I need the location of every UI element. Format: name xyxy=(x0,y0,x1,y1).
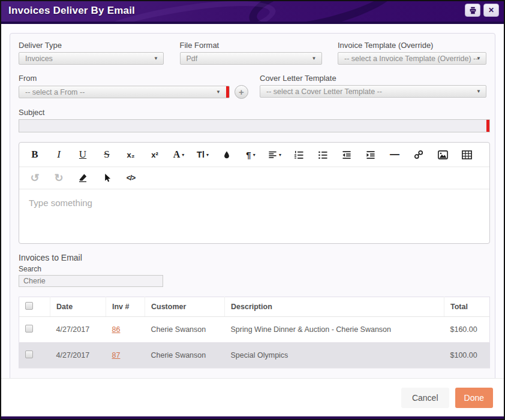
invoices-table: Date Inv # Customer Description Total 4/… xyxy=(19,297,490,368)
from-value: -- select a From -- xyxy=(25,88,85,96)
row-checkbox[interactable] xyxy=(25,350,33,358)
chevron-down-icon: ▾ xyxy=(206,152,209,158)
deliver-type-select[interactable]: Invoices ▼ xyxy=(19,52,164,65)
titlebar-buttons: ✕ xyxy=(465,4,499,17)
cell-date: 4/27/2017 xyxy=(50,317,106,343)
row-checkbox[interactable] xyxy=(25,325,33,333)
invoice-template-field: Invoice Template (Override) -- select a … xyxy=(338,41,486,65)
modal-title: Invoices Deliver By Email xyxy=(8,5,135,17)
cursor-arrow-icon xyxy=(103,173,112,183)
cover-letter-template-select[interactable]: -- select a Cover Letter Template -- ▼ xyxy=(260,85,486,98)
plus-icon: + xyxy=(239,87,244,96)
cell-customer: Cherie Swanson xyxy=(145,343,225,368)
bottom-accent-strip xyxy=(1,416,504,419)
form-row-2: From -- select a From -- ▼ + Cover Lette… xyxy=(19,74,486,99)
invoice-number-link[interactable]: 86 xyxy=(112,325,121,334)
invoices-to-email-title: Invoices to Email xyxy=(19,253,486,262)
chevron-down-icon: ▾ xyxy=(279,152,281,158)
eraser-icon xyxy=(78,173,88,183)
invoice-template-label: Invoice Template (Override) xyxy=(338,41,486,50)
editor-body[interactable]: Type something xyxy=(19,189,489,243)
table-header-row: Date Inv # Customer Description Total xyxy=(19,297,490,317)
strikethrough-button[interactable]: S xyxy=(95,143,119,167)
bold-button[interactable]: B xyxy=(23,143,47,167)
clear-formatting-button[interactable] xyxy=(71,167,95,189)
italic-icon: I xyxy=(57,149,61,161)
invoice-template-select[interactable]: -- select a Invoice Template (Override) … xyxy=(338,52,486,65)
file-format-field: File Format Pdf ▼ xyxy=(180,41,322,65)
search-input[interactable] xyxy=(19,275,163,287)
superscript-button[interactable]: x² xyxy=(143,143,167,167)
rich-text-editor: B I U S x₂ x² A▾ Tl▾ ¶▾ ▾ xyxy=(19,142,490,244)
col-header-total: Total xyxy=(444,297,490,317)
cell-description: Spring Wine Dinner & Auction - Cherie Sw… xyxy=(225,317,444,343)
undo-button[interactable]: ↺ xyxy=(23,167,47,189)
select-all-checkbox[interactable] xyxy=(25,302,33,310)
horizontal-rule-button[interactable]: — xyxy=(383,143,407,167)
from-select[interactable]: -- select a From -- ▼ xyxy=(19,86,230,98)
file-format-select[interactable]: Pdf ▼ xyxy=(180,52,322,65)
col-header-customer: Customer xyxy=(145,297,225,317)
insert-table-button[interactable] xyxy=(455,143,479,167)
horizontal-rule-icon: — xyxy=(390,149,399,160)
redo-icon: ↻ xyxy=(54,171,63,185)
select-tool-button[interactable] xyxy=(95,167,119,189)
editor-placeholder: Type something xyxy=(29,198,92,208)
add-from-button[interactable]: + xyxy=(235,85,248,99)
underline-button[interactable]: U xyxy=(71,143,95,167)
undo-icon: ↺ xyxy=(30,171,39,185)
deliver-type-field: Deliver Type Invoices ▼ xyxy=(19,41,164,65)
text-style-icon: Tl xyxy=(197,150,205,159)
invoices-deliver-modal: Invoices Deliver By Email ✕ Deliver Type… xyxy=(0,0,505,420)
unordered-list-button[interactable] xyxy=(311,143,335,167)
close-button[interactable]: ✕ xyxy=(483,4,499,17)
code-view-button[interactable]: </> xyxy=(119,167,143,189)
deliver-type-value: Invoices xyxy=(25,55,53,63)
print-icon xyxy=(469,7,477,14)
text-style-button[interactable]: Tl▾ xyxy=(191,143,215,167)
ordered-list-button[interactable] xyxy=(287,143,311,167)
required-indicator xyxy=(226,86,229,98)
chevron-down-icon: ▼ xyxy=(312,56,317,61)
insert-link-button[interactable] xyxy=(407,143,431,167)
cell-total: $100.00 xyxy=(444,343,490,368)
chevron-down-icon: ▼ xyxy=(154,56,158,61)
required-indicator xyxy=(486,120,489,132)
font-color-button[interactable]: A▾ xyxy=(167,143,191,167)
table-row: 4/27/2017 87 Cherie Swanson Special Olym… xyxy=(19,343,490,368)
table-row: 4/27/2017 86 Cherie Swanson Spring Wine … xyxy=(19,317,490,343)
bold-icon: B xyxy=(31,149,38,161)
modal-titlebar: Invoices Deliver By Email ✕ xyxy=(1,1,504,24)
insert-image-button[interactable] xyxy=(431,143,455,167)
subject-input[interactable] xyxy=(19,120,489,132)
print-button[interactable] xyxy=(465,4,480,17)
strikethrough-icon: S xyxy=(104,149,109,161)
cancel-button[interactable]: Cancel xyxy=(401,388,449,408)
font-color-icon: A xyxy=(173,149,181,160)
subscript-icon: x₂ xyxy=(127,150,134,159)
subject-field: Subject xyxy=(19,108,486,132)
invoice-number-link[interactable]: 87 xyxy=(112,351,121,359)
done-button[interactable]: Done xyxy=(455,388,493,408)
paragraph-icon: ¶ xyxy=(246,150,251,160)
indent-button[interactable] xyxy=(359,143,383,167)
subscript-button[interactable]: x₂ xyxy=(119,143,143,167)
form-card: Deliver Type Invoices ▼ File Format Pdf … xyxy=(10,33,495,381)
cover-letter-template-label: Cover Letter Template xyxy=(260,74,486,83)
highlight-color-button[interactable] xyxy=(215,143,239,167)
search-label: Search xyxy=(19,265,486,273)
form-row-1: Deliver Type Invoices ▼ File Format Pdf … xyxy=(19,41,486,65)
outdent-icon xyxy=(342,150,351,159)
subject-label: Subject xyxy=(19,108,486,117)
redo-button[interactable]: ↻ xyxy=(47,167,71,189)
cell-description: Special Olympics xyxy=(225,343,444,368)
outdent-button[interactable] xyxy=(335,143,359,167)
image-icon xyxy=(438,150,448,159)
align-button[interactable]: ▾ xyxy=(263,143,287,167)
col-header-inv: Inv # xyxy=(106,297,145,317)
italic-button[interactable]: I xyxy=(47,143,71,167)
paragraph-format-button[interactable]: ¶▾ xyxy=(239,143,263,167)
cover-letter-template-value: -- select a Cover Letter Template -- xyxy=(266,87,382,96)
col-header-date: Date xyxy=(50,297,106,317)
ordered-list-icon xyxy=(294,150,303,159)
